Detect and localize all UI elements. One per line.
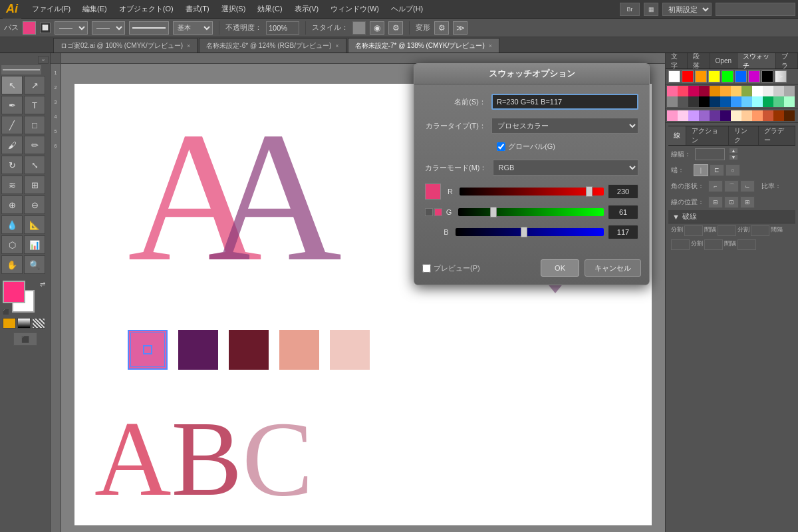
sw-5[interactable] xyxy=(710,86,720,96)
sw-22[interactable] xyxy=(763,96,773,107)
tab-close-untitled7[interactable]: × xyxy=(489,43,492,49)
sw-10[interactable] xyxy=(763,86,773,96)
sw-1[interactable] xyxy=(667,86,678,96)
sw-7[interactable] xyxy=(731,86,741,96)
measure-tool[interactable]: 📐 xyxy=(24,215,45,234)
sw-17[interactable] xyxy=(710,96,720,107)
menu-help[interactable]: ヘルプ(H) xyxy=(386,3,428,15)
swatch-red-tb[interactable] xyxy=(682,70,694,82)
pathfinder-tool[interactable]: ⊖ xyxy=(24,196,45,214)
b-slider-track[interactable] xyxy=(456,228,604,236)
corner-btn-1[interactable]: ⌐ xyxy=(708,180,723,192)
sw-6[interactable] xyxy=(720,86,731,96)
sw-18[interactable] xyxy=(720,96,731,107)
menu-window[interactable]: ウィンドウ(W) xyxy=(325,3,384,15)
sw-11[interactable] xyxy=(773,86,784,96)
tab-untitled6[interactable]: 名称未設定-6* @ 124% (RGB/プレビュー) × xyxy=(199,38,346,53)
sw-28[interactable] xyxy=(699,110,710,121)
seg-input-1[interactable] xyxy=(684,225,703,236)
swatch-black-tb[interactable] xyxy=(761,70,773,82)
menu-select[interactable]: 選択(S) xyxy=(216,3,251,15)
sw-33[interactable] xyxy=(752,110,763,121)
rotate-tool[interactable]: ↻ xyxy=(1,156,23,174)
sw-15[interactable] xyxy=(688,96,699,107)
stroke-color[interactable]: ⬜ xyxy=(40,23,51,33)
menu-view[interactable]: 表示(V) xyxy=(289,3,325,15)
stroke-end-dropdown[interactable]: —— xyxy=(92,21,125,35)
seg-input-2[interactable] xyxy=(751,225,769,236)
extra-btn[interactable]: ≫ xyxy=(453,21,467,35)
appearance-btn[interactable]: ◉ xyxy=(370,21,384,35)
sw-14[interactable] xyxy=(678,96,688,107)
pos-btn-3[interactable]: ⊞ xyxy=(740,196,755,208)
menu-effect[interactable]: 効果(C) xyxy=(252,3,287,15)
basic-dropdown[interactable]: 基本 xyxy=(173,21,213,35)
stroke-up[interactable]: ▲ xyxy=(729,148,738,154)
corner-btn-3[interactable]: ⌙ xyxy=(740,180,755,192)
g-slider-track[interactable] xyxy=(458,208,604,216)
g-value-input[interactable] xyxy=(608,205,638,219)
zoom-tool[interactable]: 🔍 xyxy=(24,255,45,274)
warp-tool[interactable]: ≋ xyxy=(1,176,23,194)
toolbar-collapse-btn[interactable]: « xyxy=(38,56,49,64)
pos-btn-2[interactable]: ⊡ xyxy=(724,196,739,208)
action-tab[interactable]: アクション xyxy=(686,126,729,145)
sw-31[interactable] xyxy=(731,110,741,121)
gap-input-3[interactable] xyxy=(737,239,756,250)
sw-20[interactable] xyxy=(741,96,752,107)
type-tool[interactable]: T xyxy=(24,96,45,114)
rect-tool[interactable]: □ xyxy=(24,116,45,134)
b-value-input[interactable] xyxy=(608,225,638,239)
style-box[interactable] xyxy=(352,21,366,35)
swatch-magenta-tb[interactable] xyxy=(748,70,760,82)
swatch-pink-selected[interactable] xyxy=(128,330,168,370)
eyedropper-tool[interactable]: 💧 xyxy=(1,215,23,234)
tab-logo[interactable]: ロゴ案02.ai @ 100% (CMYK/プレビュー) × xyxy=(53,38,198,53)
end-btn-3[interactable]: ○ xyxy=(726,164,740,176)
style-options-btn[interactable]: ⚙ xyxy=(388,21,403,35)
color-mode-btn[interactable] xyxy=(3,318,16,329)
menu-file[interactable]: ファイル(F) xyxy=(27,3,76,15)
g-slider-thumb[interactable] xyxy=(490,207,497,217)
sw-16[interactable] xyxy=(699,96,710,107)
sw-12[interactable] xyxy=(784,86,795,96)
sw-9[interactable] xyxy=(752,86,763,96)
none-mode-btn[interactable] xyxy=(32,318,45,329)
tab-text[interactable]: 文字 xyxy=(666,53,688,68)
foreground-color[interactable] xyxy=(3,281,25,303)
sw-32[interactable] xyxy=(741,110,752,121)
free-transform-tool[interactable]: ⊞ xyxy=(24,176,45,194)
swatch-more[interactable]: ▶ xyxy=(775,70,787,82)
blend-tool[interactable]: ⬡ xyxy=(1,235,23,254)
sw-30[interactable] xyxy=(720,110,731,121)
paintbrush-tool[interactable]: 🖌 xyxy=(1,136,23,154)
pen-tool[interactable]: ✒ xyxy=(1,96,23,114)
dialog-global-checkbox[interactable] xyxy=(497,142,505,151)
pos-btn-1[interactable]: ⊟ xyxy=(708,196,723,208)
dialog-color-mode-select[interactable]: RGB xyxy=(493,160,639,176)
tab-close-untitled6[interactable]: × xyxy=(335,43,338,49)
sw-34[interactable] xyxy=(763,110,773,121)
tab-open[interactable]: Open xyxy=(710,53,737,68)
dialog-color-type-select[interactable]: プロセスカラー xyxy=(491,118,638,134)
seg-input-3[interactable] xyxy=(704,239,723,250)
gap-input-1[interactable] xyxy=(718,225,736,236)
chart-tool[interactable]: 📊 xyxy=(24,235,45,254)
default-colors-btn[interactable]: ⬛ xyxy=(3,309,9,315)
swatch-purple[interactable] xyxy=(178,330,218,370)
swatch-white[interactable] xyxy=(668,70,680,82)
direct-select-tool[interactable]: ↗ xyxy=(24,76,45,94)
workspace-icon[interactable]: ▦ xyxy=(644,3,658,16)
tab-swatches[interactable]: スウォッチ xyxy=(737,53,776,68)
tab-brush[interactable]: ブラ xyxy=(776,53,798,68)
swatch-orange[interactable] xyxy=(695,70,707,82)
hand-tool[interactable]: ✋ xyxy=(1,255,23,274)
r-slider-thumb[interactable] xyxy=(586,186,593,197)
ok-button[interactable]: OK xyxy=(541,259,579,277)
sw-3[interactable] xyxy=(688,86,699,96)
fill-color[interactable] xyxy=(23,21,36,35)
sw-19[interactable] xyxy=(731,96,741,107)
swatch-blue-tb[interactable] xyxy=(735,70,747,82)
select-tool[interactable]: ↖ xyxy=(1,76,23,94)
transform-options-btn[interactable]: ⚙ xyxy=(434,21,449,35)
